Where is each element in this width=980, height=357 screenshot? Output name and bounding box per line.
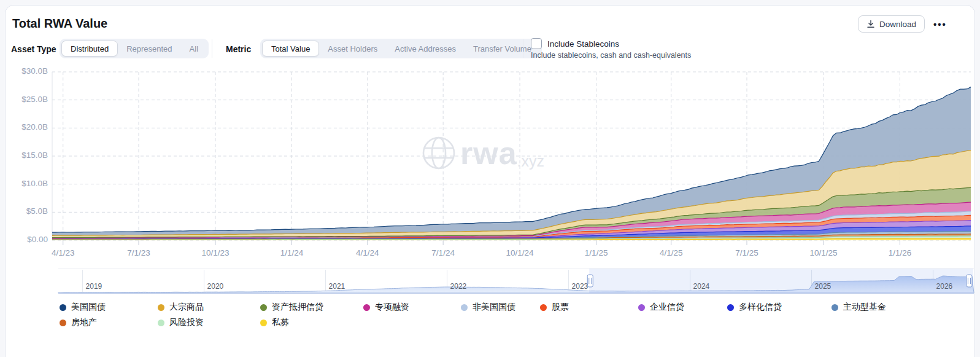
option-transfer-volume[interactable]: Transfer Volume	[465, 41, 540, 57]
y-axis-label: $5.0B	[5, 206, 48, 216]
range-navigator[interactable]: 20192020202120222023202420252026	[0, 267, 980, 296]
more-options-button[interactable]: •••	[929, 15, 951, 33]
x-axis-label: 1/1/25	[572, 248, 621, 257]
legend-label: 企业信贷	[650, 302, 684, 313]
page-title: Total RWA Value	[12, 17, 107, 31]
legend-label: 资产抵押信贷	[272, 302, 323, 313]
legend-label: 主动型基金	[843, 302, 886, 313]
legend-dot-icon	[727, 304, 734, 311]
navigator-year-label: 2026	[936, 282, 953, 291]
divider	[523, 39, 523, 58]
legend-dot-icon	[60, 320, 66, 326]
download-button[interactable]: Download	[858, 15, 925, 33]
x-axis-label: 1/1/24	[268, 248, 317, 257]
legend-dot-icon	[260, 304, 267, 311]
legend-dot-icon	[638, 304, 645, 311]
y-axis-label: $0.00	[5, 235, 48, 244]
chart-legend: 美国国债大宗商品资产抵押信贷专项融资非美国国债股票企业信贷多样化信贷主动型基金房…	[60, 302, 968, 328]
y-axis-label: $25.0B	[5, 95, 48, 104]
legend-dot-icon	[540, 304, 547, 311]
navigator-year-label: 2024	[693, 282, 710, 291]
asset-type-label: Asset Type	[11, 44, 56, 54]
y-axis-label: $30.0B	[5, 66, 48, 76]
option-distributed[interactable]: Distributed	[61, 41, 118, 57]
y-axis-label: $20.0B	[5, 122, 48, 131]
x-axis-label: 10/1/24	[495, 248, 544, 257]
x-axis-label: 7/1/25	[722, 248, 771, 257]
navigator-year-label: 2023	[572, 282, 588, 291]
legend-label: 房地产	[71, 317, 97, 328]
legend-item[interactable]: 主动型基金	[831, 302, 968, 313]
legend-item[interactable]: 资产抵押信贷	[260, 302, 363, 313]
legend-item[interactable]: 风险投资	[158, 317, 260, 328]
legend-item[interactable]: 企业信贷	[638, 302, 727, 313]
metric-segmented-control: Total ValueAsset HoldersActive Addresses…	[260, 39, 542, 58]
legend-item[interactable]: 多样化信贷	[727, 302, 831, 313]
chart-canvas	[0, 68, 980, 265]
legend-item[interactable]: 私募	[260, 317, 363, 328]
x-axis-label: 10/1/23	[191, 248, 240, 257]
navigator-year-label: 2019	[86, 282, 102, 291]
option-active-addresses[interactable]: Active Addresses	[386, 41, 465, 57]
navigator-year-label: 2025	[815, 282, 831, 291]
legend-dot-icon	[158, 320, 164, 326]
x-axis-label: 4/1/23	[39, 248, 88, 257]
legend-item[interactable]: 专项融资	[363, 302, 461, 313]
divider	[212, 39, 212, 58]
asset-type-segmented-control: DistributedRepresentedAll	[60, 39, 209, 58]
x-axis-label: 1/1/26	[876, 248, 925, 257]
include-stablecoins-group: Include Stablecoins Include stablecoins,…	[531, 38, 691, 60]
legend-label: 非美国国债	[473, 302, 515, 313]
x-axis-label: 4/1/24	[343, 248, 392, 257]
legend-item[interactable]: 大宗商品	[158, 302, 260, 313]
x-axis-label: 7/1/24	[419, 248, 468, 257]
legend-item[interactable]: 房地产	[60, 317, 158, 328]
legend-dot-icon	[363, 304, 370, 311]
navigator-right-handle[interactable]	[966, 275, 972, 287]
legend-label: 股票	[552, 302, 569, 313]
navigator-year-label: 2020	[207, 282, 224, 291]
legend-label: 美国国债	[71, 302, 106, 313]
option-asset-holders[interactable]: Asset Holders	[319, 41, 386, 57]
option-represented[interactable]: Represented	[118, 41, 180, 57]
navigator-year-label: 2021	[329, 282, 345, 291]
y-axis-label: $10.0B	[5, 179, 48, 188]
stacked-area-chart[interactable]: rwa .xyz $30.0B$25.0B$20.0B$15.0B$10.0B$…	[0, 68, 980, 265]
option-total-value[interactable]: Total Value	[262, 41, 319, 57]
legend-dot-icon	[158, 304, 164, 311]
legend-dot-icon	[831, 304, 838, 311]
include-stablecoins-checkbox[interactable]	[531, 38, 542, 49]
navigator-year-label: 2022	[450, 282, 467, 291]
y-axis-label: $15.0B	[5, 151, 48, 160]
legend-label: 大宗商品	[169, 302, 204, 313]
legend-item[interactable]: 股票	[540, 302, 638, 313]
legend-label: 风险投资	[169, 317, 204, 328]
metric-label: Metric	[226, 44, 251, 54]
navigator-selection[interactable]	[589, 269, 973, 293]
download-label: Download	[879, 20, 916, 29]
navigator-left-handle[interactable]	[587, 275, 593, 287]
legend-item[interactable]: 美国国债	[60, 302, 158, 313]
legend-label: 专项融资	[375, 302, 409, 313]
legend-dot-icon	[260, 320, 267, 326]
legend-dot-icon	[461, 304, 468, 311]
x-axis-label: 10/1/25	[799, 248, 848, 257]
include-stablecoins-caption: Include stablecoins, cash and cash-equiv…	[531, 51, 691, 60]
x-axis-label: 7/1/23	[114, 248, 163, 257]
legend-label: 私募	[272, 317, 289, 328]
legend-item[interactable]: 非美国国债	[461, 302, 540, 313]
legend-dot-icon	[60, 304, 66, 311]
download-icon	[866, 20, 875, 28]
x-axis-label: 4/1/25	[647, 248, 696, 257]
include-stablecoins-label: Include Stablecoins	[547, 39, 619, 49]
option-all[interactable]: All	[181, 41, 207, 57]
navigator-canvas	[0, 267, 980, 296]
legend-label: 多样化信贷	[739, 302, 782, 313]
rwa-dashboard: { "header": { "title": "Total RWA Value"…	[0, 0, 980, 357]
